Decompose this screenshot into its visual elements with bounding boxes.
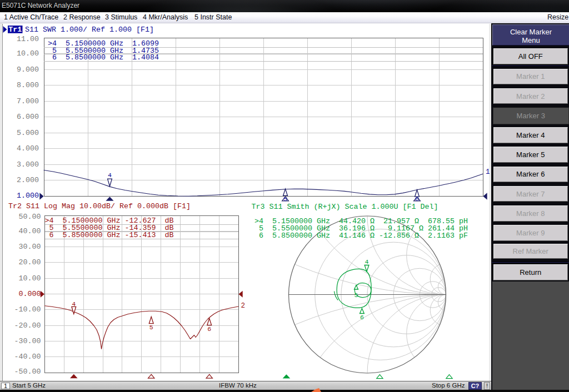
svg-text:40.00: 40.00 bbox=[19, 227, 41, 235]
svg-text:7.000: 7.000 bbox=[17, 97, 39, 105]
svg-text:-50.00: -50.00 bbox=[14, 368, 41, 376]
svg-text:4: 4 bbox=[108, 172, 112, 179]
svg-text:Tr3 S11 Smith (R+jX) Scale 1.0: Tr3 S11 Smith (R+jX) Scale 1.000U [F1 De… bbox=[252, 203, 438, 211]
svg-text:9.000: 9.000 bbox=[17, 66, 39, 74]
svg-text:4: 4 bbox=[365, 258, 369, 265]
svg-text:Tr1: Tr1 bbox=[8, 26, 22, 34]
svg-text:8.000: 8.000 bbox=[17, 81, 39, 89]
svg-text:6 5.8500000 GHz -15.413 dB: 6 5.8500000 GHz -15.413 dB bbox=[45, 231, 174, 239]
svg-text:5: 5 bbox=[283, 195, 287, 203]
svg-text:-40.00: -40.00 bbox=[14, 353, 41, 361]
svg-text:3.000: 3.000 bbox=[17, 160, 39, 169]
svg-text:-20.00: -20.00 bbox=[14, 321, 41, 330]
svg-text:1: 1 bbox=[486, 168, 490, 176]
svg-text:50.00: 50.00 bbox=[19, 213, 41, 221]
svg-text:Tr2 S11 Log Mag 10.00dB/ Ref 0: Tr2 S11 Log Mag 10.00dB/ Ref 0.000dB [F1… bbox=[8, 202, 191, 210]
svg-text:2.000: 2.000 bbox=[17, 176, 39, 184]
svg-text:6: 6 bbox=[207, 325, 211, 333]
svg-text:6: 6 bbox=[415, 195, 419, 203]
svg-text:10.00: 10.00 bbox=[17, 49, 39, 58]
svg-text:2: 2 bbox=[241, 302, 246, 310]
svg-text:1.000: 1.000 bbox=[17, 192, 39, 200]
svg-text:30.00: 30.00 bbox=[19, 243, 41, 251]
svg-text:11.00: 11.00 bbox=[17, 35, 39, 43]
svg-text:20.00: 20.00 bbox=[19, 258, 41, 267]
svg-text:6 5.8500000 GHz 41.146 Ω -12: 6 5.8500000 GHz 41.146 Ω -12.856 Ω 2.116… bbox=[254, 232, 468, 240]
svg-text:-10.00: -10.00 bbox=[14, 305, 41, 314]
svg-text:0.000: 0.000 bbox=[19, 290, 41, 298]
svg-text:5.000: 5.000 bbox=[17, 129, 39, 137]
svg-text:6 5.8500000 GHz 1.4084: 6 5.8500000 GHz 1.4084 bbox=[48, 53, 159, 62]
svg-text:5: 5 bbox=[355, 292, 358, 299]
svg-text:10.00: 10.00 bbox=[19, 274, 41, 283]
svg-text:5: 5 bbox=[149, 324, 153, 331]
svg-text:-30.00: -30.00 bbox=[14, 337, 41, 345]
svg-text:6.000: 6.000 bbox=[17, 113, 39, 121]
svg-text:6: 6 bbox=[360, 314, 364, 321]
svg-text:4: 4 bbox=[72, 300, 76, 308]
svg-text:S11 SWR 1.000/ Ref 1.000 [F1]: S11 SWR 1.000/ Ref 1.000 [F1] bbox=[25, 26, 154, 34]
svg-text:4.000: 4.000 bbox=[17, 144, 39, 153]
